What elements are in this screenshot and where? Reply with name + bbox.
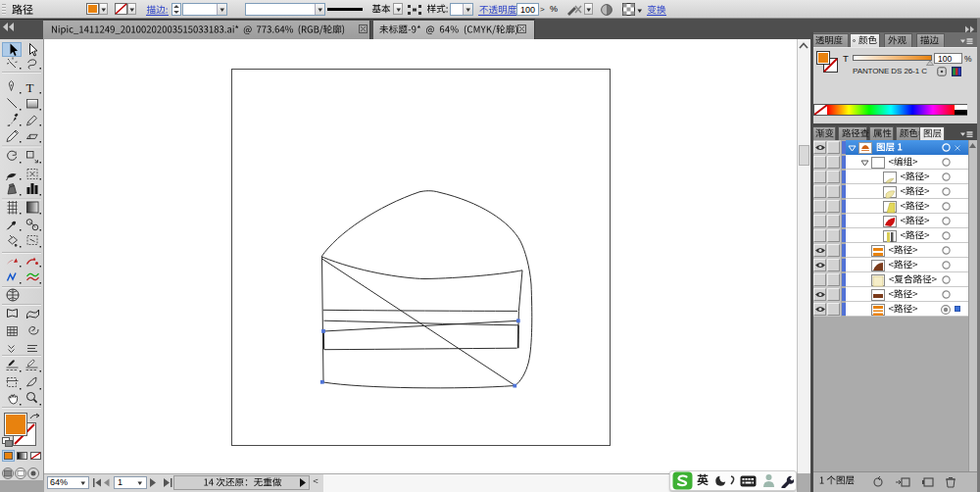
svg-text:T: T [26, 80, 34, 95]
